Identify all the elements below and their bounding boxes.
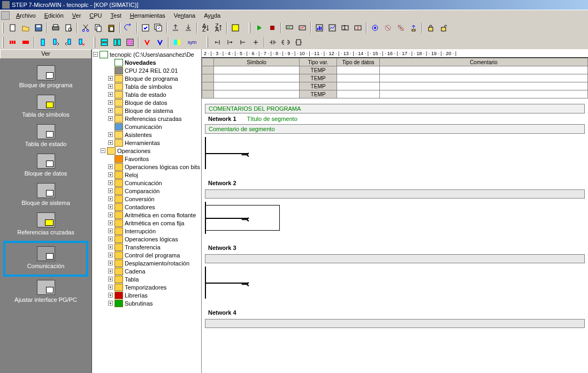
expand-icon[interactable]: + [108,229,113,233]
table-header[interactable]: Tipo var. [300,58,337,66]
program-comment-header[interactable]: COMENTARIOS DEL PROGRAMA [205,104,585,113]
print-button[interactable] [50,22,62,34]
bookmark-prev-button[interactable] [63,36,74,48]
nav-item-bloque-de-datos[interactable]: Bloque de datos [0,151,91,181]
contact-button[interactable] [267,36,279,48]
ladder-rung[interactable]: ⤙ [205,137,585,169]
tree-item[interactable]: Comparación [125,188,159,194]
network-header[interactable]: Network 4 [205,307,585,318]
expand-icon[interactable]: + [108,108,113,113]
tree-item[interactable]: Bloque de sistema [125,108,173,114]
poe-view-button[interactable] [111,36,123,48]
menu-herramientas[interactable]: Herramientas [126,11,170,20]
variable-table[interactable]: SímboloTipo var.Tipo de datosComentario … [202,58,588,98]
tree-item[interactable]: Novedades [125,59,156,66]
trend-button[interactable] [326,22,338,34]
toggle-view-button[interactable] [171,36,183,48]
system-menu-icon[interactable] [1,11,10,20]
tree-item[interactable]: Reloj [125,172,138,178]
ladder-rung[interactable]: ⤙ [205,267,585,299]
expand-icon[interactable]: + [108,220,113,225]
expand-icon[interactable]: + [108,196,113,201]
tree-item[interactable]: Subrutinas [125,300,153,307]
tree-item[interactable]: CPU 224 REL 02.01 [125,67,178,74]
copy-button[interactable] [93,22,104,34]
tree-item[interactable]: Conversión [125,196,155,202]
new-button[interactable] [7,22,19,34]
menu-test[interactable]: Test [106,11,126,20]
toolbar-grip[interactable] [94,37,95,48]
expand-icon[interactable]: + [108,245,113,249]
nav-item-tabla-de-estado[interactable]: Tabla de estado [0,122,91,151]
tree-item[interactable]: Tabla [125,276,139,283]
insert-branch-button[interactable] [237,36,249,48]
insert-left-button[interactable] [211,36,223,48]
tree-item[interactable]: Tabla de símbolos [125,83,172,90]
write-all-button[interactable] [352,22,364,34]
tree-item[interactable]: Favoritos [125,156,149,162]
network-header[interactable]: Network 1Título de segmento [205,113,585,124]
network-header[interactable]: Network 2 [205,178,585,188]
insert-vert-button[interactable] [250,36,262,48]
network-header[interactable]: Network 3 [205,242,585,253]
table-header[interactable]: Símbolo [214,58,300,66]
tree-item[interactable]: Bloque de datos [125,100,167,106]
expand-icon[interactable]: + [108,92,113,97]
nav-item-referencias-cruzadas[interactable]: Referencias cruzadas [0,210,91,240]
undo-button[interactable] [123,22,134,34]
unforce-button[interactable] [382,22,394,34]
save-button[interactable] [33,22,44,34]
expand-icon[interactable]: + [108,253,113,257]
toolbar-grip[interactable] [249,22,250,33]
table-header[interactable]: Tipo de datos [337,58,380,66]
unlock-button[interactable] [438,22,449,34]
nav-item-bloque-de-sistema[interactable]: Bloque de sistema [0,181,91,210]
segment-title[interactable]: Título de segmento [247,116,297,122]
menu-ver[interactable]: Ver [68,11,86,20]
sort-asc-button[interactable]: AZ [200,22,211,34]
nav-item-bloque-de-programa[interactable]: Bloque de programa [0,63,91,93]
menu-cpu[interactable]: CPU [85,11,106,20]
sort-desc-button[interactable]: ZA [212,22,224,34]
ladder-rung[interactable]: ⤙ [205,202,585,234]
bookmark-clear-button[interactable] [75,36,87,48]
expand-icon[interactable]: + [108,237,113,241]
nav-item-ajustar-interface-pg/pc[interactable]: Ajustar interface PG/PC [0,278,91,307]
table-header[interactable] [202,58,214,66]
symbols-toggle-button[interactable] [7,36,19,48]
nav-item-comunicación[interactable]: Comunicación [5,244,86,273]
expand-icon[interactable]: + [108,140,113,145]
stop-button[interactable] [266,22,278,34]
options-button[interactable] [230,22,241,34]
expand-icon[interactable]: + [108,204,113,209]
force-button[interactable] [369,22,381,34]
expand-icon[interactable]: + [108,188,113,193]
segment-bar[interactable] [205,254,585,263]
tree-item[interactable]: Cadena [125,268,146,275]
status-chart-button[interactable] [314,22,325,34]
tree-item[interactable]: Bloque de programa [125,75,178,82]
compile-all-button[interactable] [152,22,164,34]
expand-icon[interactable]: + [108,164,113,169]
expand-icon[interactable]: + [108,132,113,137]
expand-icon[interactable]: + [108,269,113,273]
grid-toggle-button[interactable] [124,36,136,48]
download-button[interactable] [182,22,194,34]
expand-icon[interactable]: + [108,293,113,298]
tree-item[interactable]: Desplazamiento/rotación [125,260,189,267]
tree-item[interactable]: Operaciones lógicas con bits [125,164,200,170]
tree-item[interactable]: Operaciones lógicas [125,236,178,242]
table-row[interactable]: TEMP [202,90,588,98]
tree-item[interactable]: Herramientas [125,140,160,146]
unforce-all-button[interactable] [395,22,407,34]
box-button[interactable] [293,36,304,48]
single-read-button[interactable]: 1 [339,22,351,34]
cut-button[interactable] [80,22,91,34]
expand-icon[interactable]: + [108,116,113,121]
tree-item[interactable]: Transferencia [125,244,161,250]
coil-button[interactable] [280,36,292,48]
table-row[interactable]: TEMP [202,66,588,74]
menu-ventana[interactable]: Ventana [170,11,200,20]
toolbar-grip[interactable] [2,22,4,33]
expand-icon[interactable]: + [108,261,113,265]
